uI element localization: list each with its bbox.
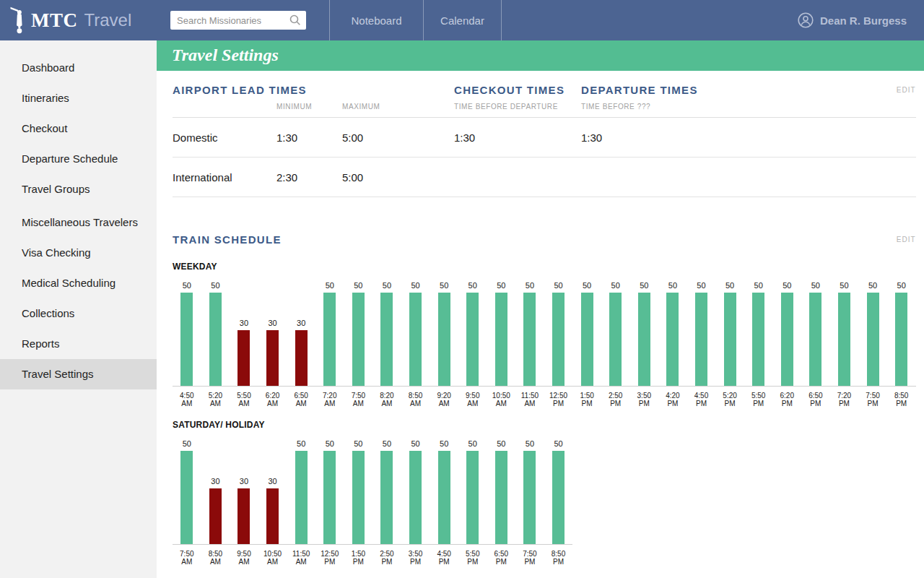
bar (380, 293, 393, 386)
x-tick-label: 7:20AM (315, 387, 344, 407)
bar-value-label: 30 (297, 319, 305, 327)
bar-value-label: 50 (611, 281, 620, 290)
bar (323, 293, 336, 386)
bar (438, 293, 450, 386)
user-name: Dean R. Burgess (820, 14, 907, 27)
bar-value-label: 50 (440, 281, 448, 290)
bar-value-label: 30 (211, 477, 219, 486)
column-header-time-before: TIME BEFORE ??? (581, 103, 873, 117)
bar (323, 451, 336, 544)
x-axis-labels: 7:50AM8:50AM9:50AM10:50AM11:50AM12:50PM1… (173, 545, 572, 566)
bar-slot-3-50-pm: 50 (630, 281, 659, 386)
bar-value-label: 50 (411, 439, 419, 448)
airport-edit-button[interactable]: EDIT (873, 84, 916, 94)
travel-settings-table: AIRPORT LEAD TIMES CHECKOUT TIMES DEPART… (173, 84, 916, 197)
x-tick-label: 5:20PM (715, 387, 744, 407)
cell-international-pad (873, 158, 916, 197)
bar (209, 488, 222, 544)
bar-value-label: 50 (326, 281, 334, 290)
bar-slot-5-50-pm: 50 (744, 281, 773, 386)
bar (724, 293, 736, 386)
x-tick-label: 5:50PM (458, 545, 487, 566)
bar (838, 293, 850, 386)
bar (466, 451, 479, 544)
x-tick-label: 11:50AM (287, 545, 315, 566)
bar-value-label: 50 (440, 439, 448, 448)
bar-value-label: 50 (468, 281, 477, 290)
bar-value-label: 50 (411, 281, 419, 290)
bar-value-label: 30 (240, 319, 248, 327)
cell-domestic-maximum: 5:00 (342, 118, 454, 158)
x-tick-label: 1:50PM (572, 387, 601, 407)
bar-slot-4-50-pm: 50 (430, 439, 458, 544)
bar-slot-5-50-pm: 50 (458, 439, 487, 544)
search-icon (289, 14, 301, 26)
bar-value-label: 50 (811, 281, 820, 290)
bar (352, 293, 365, 386)
bar-slot-8-50-pm: 50 (887, 281, 916, 386)
bar-value-label: 50 (354, 439, 362, 448)
bar-value-label: 50 (668, 281, 677, 290)
x-tick-label: 8:20AM (372, 387, 401, 407)
bar-slot-4-20-pm: 50 (658, 281, 687, 386)
bar (666, 293, 679, 386)
bar (552, 451, 565, 544)
bar (581, 293, 593, 386)
bar (695, 293, 707, 386)
x-tick-label: 11:50AM (515, 387, 544, 407)
x-tick-label: 3:50PM (401, 545, 430, 566)
sidebar-item-dashboard[interactable]: Dashboard (0, 53, 157, 83)
bar (180, 293, 193, 386)
empty-cell (173, 103, 276, 117)
bar-value-label: 50 (725, 281, 734, 290)
bar-slot-4-50-pm: 50 (687, 281, 716, 386)
bar-slot-6-20-pm: 50 (772, 281, 801, 386)
bar-slot-6-50-pm: 50 (801, 281, 830, 386)
x-tick-label: 4:50AM (173, 387, 201, 407)
x-tick-label: 1:50PM (344, 545, 373, 566)
x-tick-label: 2:50PM (601, 387, 630, 407)
bar (752, 293, 764, 386)
nav-item-calendar[interactable]: Calendar (424, 0, 502, 40)
bar (638, 293, 650, 386)
bar-slot-8-50-pm: 50 (544, 439, 573, 544)
bar-value-label: 30 (268, 477, 276, 486)
train-schedule-edit-button[interactable]: EDIT (897, 233, 916, 243)
x-tick-label: 9:50AM (230, 545, 258, 566)
sidebar-item-medical-scheduling[interactable]: Medical Scheduling (0, 268, 157, 298)
bar-slot-7-50-am: 50 (344, 281, 373, 386)
chart-saturday-holiday: 50303030505050505050505050507:50AM8:50AM… (173, 438, 916, 566)
bar-value-label: 50 (383, 439, 391, 448)
bar-slot-6-50-am: 30 (287, 319, 315, 386)
x-tick-label: 4:20PM (658, 387, 687, 407)
x-tick-label: 8:50AM (401, 387, 430, 407)
bar-slot-11-50-am: 50 (515, 281, 544, 386)
bar-value-label: 50 (383, 281, 391, 290)
bar (409, 293, 422, 386)
checkout-times-title: CHECKOUT TIMES (454, 84, 581, 96)
sidebar-item-travel-settings[interactable]: Travel Settings (0, 359, 157, 389)
sidebar-item-travel-groups[interactable]: Travel Groups (0, 174, 157, 204)
sidebar: DashboardItinerariesCheckoutDeparture Sc… (0, 40, 157, 578)
cell-domestic-checkout: 1:30 (454, 118, 581, 158)
bar-slot-2-50-pm: 50 (601, 281, 630, 386)
sidebar-item-checkout[interactable]: Checkout (0, 113, 157, 144)
bar-slot-4-50-am: 50 (173, 281, 201, 386)
sidebar-item-itineraries[interactable]: Itineraries (0, 83, 157, 113)
nav-item-noteboard[interactable]: Noteboard (329, 0, 424, 40)
bar-slot-8-50-am: 30 (201, 477, 230, 544)
sidebar-item-visa-checking[interactable]: Visa Checking (0, 238, 157, 268)
bar-slot-6-20-am: 30 (258, 319, 287, 386)
bar (895, 293, 907, 386)
x-tick-label: 12:50PM (544, 387, 573, 407)
search-box (170, 11, 306, 30)
bar (380, 451, 393, 544)
sidebar-item-collections[interactable]: Collections (0, 298, 157, 329)
sidebar-item-miscellaneous-travelers[interactable]: Miscellaneous Travelers (0, 207, 157, 238)
bar (295, 451, 308, 544)
search-input[interactable] (170, 11, 306, 30)
user-menu[interactable]: Dean R. Burgess (798, 12, 907, 28)
sidebar-item-departure-schedule[interactable]: Departure Schedule (0, 144, 157, 174)
x-tick-label: 2:50PM (372, 545, 401, 566)
sidebar-item-reports[interactable]: Reports (0, 329, 157, 359)
